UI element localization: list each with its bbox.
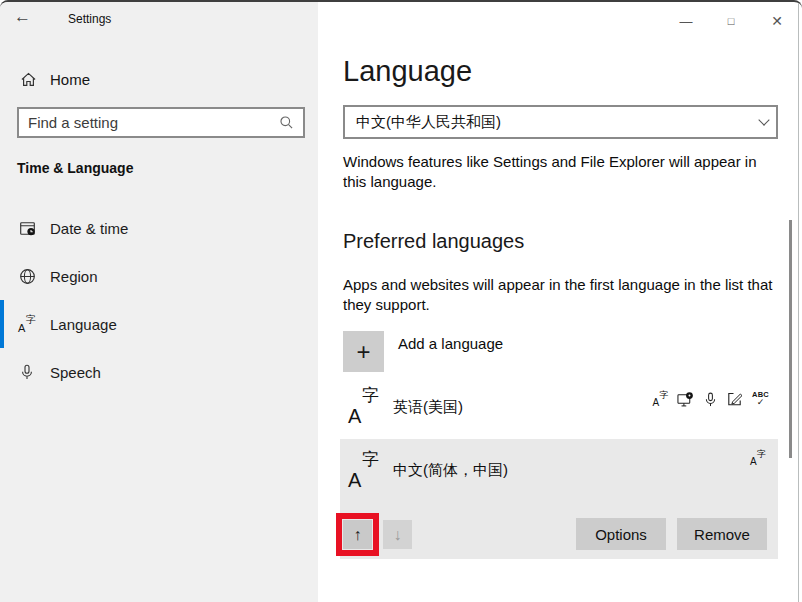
language-name: 英语(美国) xyxy=(393,398,463,417)
text-to-speech-icon xyxy=(677,390,694,408)
scrollbar-thumb[interactable] xyxy=(789,220,792,458)
plus-icon: + xyxy=(356,338,370,366)
search-box xyxy=(17,107,305,138)
sidebar-item-region[interactable]: Region xyxy=(0,252,318,300)
display-language-value: 中文(中华人民共和国) xyxy=(356,113,501,132)
sidebar-item-language[interactable]: A字 Language xyxy=(0,300,318,348)
app-title: Settings xyxy=(68,12,111,26)
handwriting-icon xyxy=(727,390,744,408)
preferred-languages-heading: Preferred languages xyxy=(343,230,524,253)
language-icon: A字 xyxy=(18,315,36,333)
minimize-button[interactable]: — xyxy=(670,9,702,33)
chevron-down-icon xyxy=(758,114,769,125)
sidebar-item-home[interactable]: Home xyxy=(0,60,318,98)
home-icon xyxy=(20,71,37,88)
search-icon[interactable] xyxy=(279,115,294,130)
sidebar-item-label: Language xyxy=(50,316,117,333)
window-right-edge xyxy=(798,2,799,602)
sidebar: ← Settings Home Time & Language Date & t… xyxy=(0,2,318,602)
microphone-icon xyxy=(18,363,36,381)
back-icon[interactable]: ← xyxy=(14,7,31,27)
language-row-english[interactable]: A字 英语(美国) A字 ABC✓ xyxy=(340,384,778,434)
page-title: Language xyxy=(343,55,472,88)
selected-accent-bar xyxy=(0,300,4,348)
sidebar-section-heading: Time & Language xyxy=(17,160,133,176)
preferred-languages-description: Apps and websites will appear in the fir… xyxy=(343,275,783,315)
language-icon: A字 xyxy=(348,387,379,430)
basic-typing-icon: ABC✓ xyxy=(752,390,769,408)
sidebar-item-label: Region xyxy=(50,268,98,285)
options-button[interactable]: Options xyxy=(576,518,666,550)
speech-icon xyxy=(702,390,719,408)
language-icon: A字 xyxy=(348,451,379,494)
search-input[interactable] xyxy=(19,114,279,131)
display-language-description: Windows features like Settings and File … xyxy=(343,152,783,192)
move-up-button[interactable]: ↑ xyxy=(343,520,372,549)
settings-window: ← Settings Home Time & Language Date & t… xyxy=(0,0,802,602)
close-button[interactable]: ✕ xyxy=(761,9,793,33)
add-language-button[interactable]: + xyxy=(343,331,384,372)
move-down-button[interactable]: ↓ xyxy=(383,520,412,549)
calendar-clock-icon xyxy=(18,219,36,237)
remove-button[interactable]: Remove xyxy=(677,518,767,550)
display-language-dropdown[interactable]: 中文(中华人民共和国) xyxy=(343,105,778,139)
maximize-button[interactable]: □ xyxy=(715,9,747,33)
sidebar-item-label: Date & time xyxy=(50,220,128,237)
language-feature-icons: A字 ABC✓ xyxy=(652,390,769,408)
display-language-icon: A字 xyxy=(652,390,669,408)
add-language-label: Add a language xyxy=(398,335,503,352)
display-language-icon: A字 xyxy=(750,450,766,471)
sidebar-item-label: Speech xyxy=(50,364,101,381)
sidebar-item-date-time[interactable]: Date & time xyxy=(0,204,318,252)
sidebar-item-label: Home xyxy=(50,71,90,88)
sidebar-item-speech[interactable]: Speech xyxy=(0,348,318,396)
language-name: 中文(简体，中国) xyxy=(393,461,508,480)
globe-icon xyxy=(18,267,36,285)
